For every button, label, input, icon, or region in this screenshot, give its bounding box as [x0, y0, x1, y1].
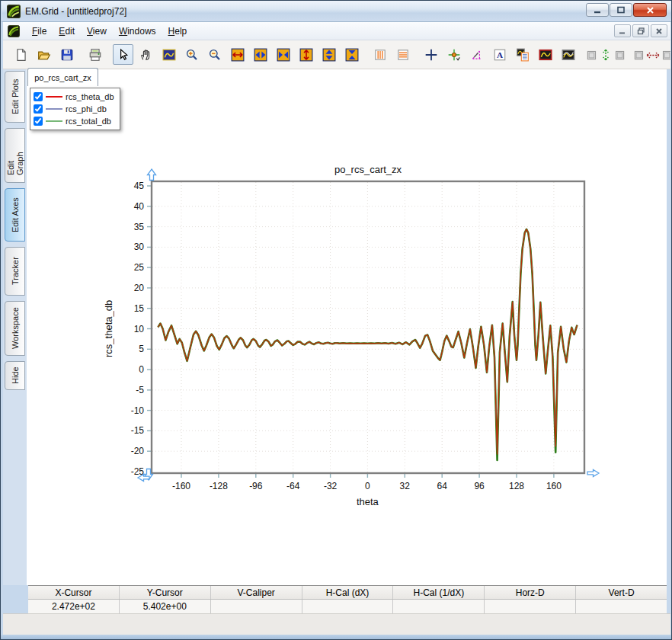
svg-text:30: 30 — [134, 242, 145, 252]
mdi-restore-button[interactable] — [632, 24, 649, 37]
mdi-close-button[interactable] — [651, 24, 667, 37]
status-header-h-cal-1dx: H-Cal (1/dX) — [393, 586, 485, 599]
status-value-h-cal-1dx — [393, 600, 485, 613]
app-logo-icon — [7, 5, 21, 18]
svg-text:-160: -160 — [172, 481, 190, 491]
pan-tool-button[interactable] — [136, 44, 156, 65]
zoom-fit-button[interactable] — [158, 44, 179, 65]
minimize-button[interactable] — [586, 3, 609, 17]
menu-edit[interactable]: Edit — [53, 24, 81, 39]
svg-text:-20: -20 — [131, 446, 145, 456]
multi-trace-button[interactable] — [558, 44, 578, 65]
legend-swatch-rcs-phi — [46, 108, 62, 110]
zoom-out-button[interactable] — [204, 44, 225, 65]
svg-text:15: 15 — [134, 303, 145, 314]
svg-text:0: 0 — [365, 481, 370, 491]
new-file-button[interactable] — [11, 44, 31, 65]
legend-checkbox-rcs-theta[interactable] — [34, 92, 43, 101]
legend-item: rcs_phi_db — [34, 103, 117, 115]
pointer-tool-button[interactable] — [113, 44, 133, 65]
status-header-x-cursor: X-Cursor — [28, 586, 120, 599]
status-value-y-cursor: 5.402e+00 — [120, 600, 211, 613]
caliper-button[interactable] — [466, 44, 487, 65]
window-bottom-border — [1, 635, 672, 640]
maximize-button[interactable] — [610, 3, 632, 17]
sidebar-tab-edit-axes[interactable]: Edit Axes — [5, 188, 25, 242]
sidebar-tab-edit-graph[interactable]: Edit Graph — [5, 128, 25, 183]
expand-y-button[interactable] — [296, 44, 316, 65]
legend-checkbox-rcs-total[interactable] — [34, 117, 43, 126]
status-header-vert-d: Vert-D — [576, 586, 667, 599]
status-header-v-caliper: V-Caliper — [211, 586, 302, 599]
svg-text:10: 10 — [134, 324, 145, 334]
menu-view[interactable]: View — [81, 24, 113, 39]
vertical-sync-toggle[interactable] — [586, 44, 626, 65]
svg-text:-32: -32 — [324, 481, 338, 491]
svg-text:64: 64 — [437, 481, 448, 491]
rcs-chart[interactable]: -160-128-96-64-3203264961281604540353025… — [103, 161, 615, 519]
menu-windows[interactable]: Windows — [113, 24, 162, 39]
svg-text:160: 160 — [546, 481, 562, 491]
status-value-v-caliper — [211, 600, 302, 613]
svg-text:45: 45 — [134, 181, 145, 191]
sidebar-tab-tracker[interactable]: Tracker — [5, 247, 25, 296]
toolbar: A Layout — [3, 40, 670, 69]
document-logo-icon — [8, 25, 20, 37]
title-bar: EM.Grid - [untitledproj72] — [2, 1, 671, 22]
single-trace-button[interactable] — [535, 44, 555, 65]
text-annotation-button[interactable]: A — [489, 44, 510, 65]
crosshair-button[interactable] — [421, 44, 441, 65]
zoom-in-button[interactable] — [181, 44, 202, 65]
svg-text:25: 25 — [134, 262, 145, 273]
pan-right-arrow-icon[interactable] — [587, 470, 599, 477]
open-file-button[interactable] — [34, 44, 54, 65]
save-button[interactable] — [56, 44, 77, 65]
cursor-status-table: X-Cursor Y-Cursor V-Caliper H-Cal (dX) H… — [28, 585, 667, 613]
svg-text:96: 96 — [474, 481, 485, 491]
horizontal-markers-button[interactable] — [392, 44, 413, 65]
pan-up-arrow-icon[interactable] — [148, 169, 156, 181]
sidebar-tab-edit-plots[interactable]: Edit Plots — [5, 71, 25, 123]
svg-text:-128: -128 — [210, 481, 228, 491]
horizontal-sync-toggle[interactable] — [633, 44, 670, 65]
svg-text:-10: -10 — [131, 405, 145, 416]
legend-item: rcs_theta_db — [34, 91, 117, 103]
plot-report-button[interactable] — [512, 44, 533, 65]
svg-text:32: 32 — [400, 481, 411, 491]
document-tab[interactable]: po_rcs_cart_zx — [27, 68, 98, 86]
svg-text:A: A — [496, 50, 503, 59]
svg-text:20: 20 — [134, 283, 145, 293]
widen-x-button[interactable] — [250, 44, 270, 65]
shrink-x-button[interactable] — [273, 44, 293, 65]
legend-checkbox-rcs-phi[interactable] — [34, 104, 43, 114]
shrink-y-button[interactable] — [341, 44, 362, 65]
side-tab-strip: Edit Plots Edit Graph Edit Axes Tracker … — [3, 69, 27, 585]
widen-y-button[interactable] — [318, 44, 339, 65]
status-value-horz-d — [485, 600, 576, 613]
sidebar-tab-workspace[interactable]: Workspace — [5, 301, 25, 356]
status-value-x-cursor: 2.472e+02 — [28, 600, 120, 613]
svg-text:35: 35 — [134, 222, 145, 232]
svg-text:-64: -64 — [286, 481, 300, 491]
tracker-button[interactable] — [443, 44, 464, 65]
series-rcs-total-db — [158, 229, 577, 460]
menu-help[interactable]: Help — [162, 24, 194, 39]
sidebar-tab-hide[interactable]: Hide — [5, 361, 25, 390]
status-strip — [3, 613, 670, 635]
status-value-vert-d — [576, 600, 667, 613]
expand-x-button[interactable] — [227, 44, 248, 65]
menu-bar: File Edit View Windows Help — [3, 22, 670, 40]
legend-label-rcs-theta: rcs_theta_db — [66, 92, 114, 101]
window-title: EM.Grid - [untitledproj72] — [25, 6, 126, 17]
chart-canvas[interactable]: -160-128-96-64-3203264961281604540353025… — [103, 161, 615, 519]
svg-text:-15: -15 — [131, 425, 145, 436]
menu-file[interactable]: File — [26, 24, 53, 39]
legend-item: rcs_total_db — [34, 115, 117, 127]
svg-text:0: 0 — [139, 364, 144, 375]
close-button[interactable] — [633, 3, 667, 17]
vertical-markers-button[interactable] — [370, 44, 390, 65]
print-button[interactable] — [85, 44, 105, 65]
svg-text:40: 40 — [134, 201, 145, 212]
svg-text:128: 128 — [509, 481, 524, 491]
mdi-minimize-button[interactable] — [614, 24, 631, 37]
